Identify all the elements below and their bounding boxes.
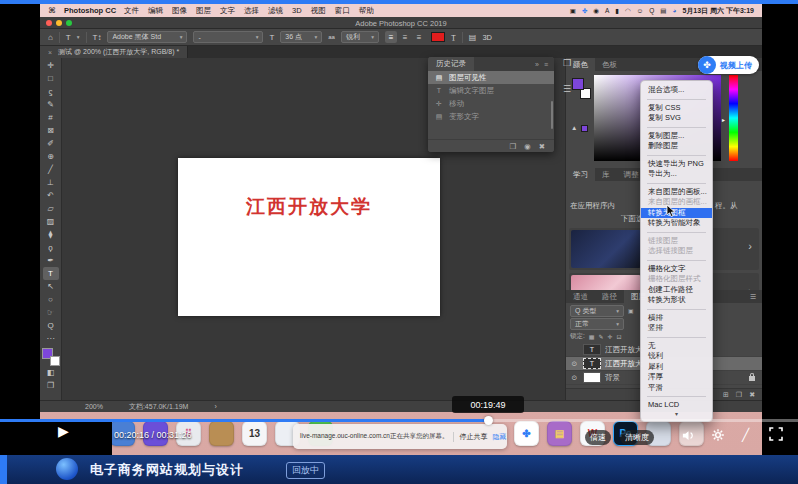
context-menu-item[interactable] — [647, 337, 706, 338]
frame-tool[interactable]: ⊠ — [43, 124, 59, 137]
context-menu-item[interactable] — [647, 183, 706, 184]
input-method-icon[interactable]: A — [605, 7, 609, 14]
hue-slider[interactable] — [729, 75, 738, 161]
collapsed-panel-icon-2[interactable]: ☰ — [563, 84, 571, 94]
hand-tool[interactable]: ☞ — [43, 306, 59, 319]
panel-tab[interactable]: 色板 — [595, 58, 624, 71]
lasso-tool[interactable]: ϛ — [43, 85, 59, 98]
layers-panel-menu-icon[interactable]: ☰ — [750, 290, 762, 303]
anti-alias-select[interactable]: 锐利 ▾ — [341, 31, 379, 43]
path-selection-tool[interactable]: ↖ — [43, 280, 59, 293]
dock-rar[interactable]: ▤ — [547, 421, 572, 446]
dock-calendar[interactable]: 13 — [242, 421, 267, 446]
context-menu-item[interactable]: 来自图层的画框... — [641, 197, 712, 208]
blend-mode-select[interactable]: 正常 ▾ — [570, 318, 624, 330]
document-tab[interactable]: × 测试 @ 200% (江西开放大学, RGB/8) * — [40, 46, 188, 58]
crop-tool[interactable]: # — [43, 111, 59, 124]
context-menu-item[interactable]: 平滑 — [641, 383, 712, 394]
menubar-menu[interactable]: 滤镜 — [268, 6, 283, 16]
skip-icon[interactable]: ╱ — [742, 428, 749, 442]
layer-thumbnail[interactable]: T — [583, 344, 601, 355]
menubar-menu[interactable]: 图像 — [172, 6, 187, 16]
menubar-menu[interactable]: 窗口 — [335, 6, 350, 16]
dock-sharing-app[interactable]: ✤ — [514, 421, 539, 446]
context-menu-item[interactable]: 导出为... — [641, 169, 712, 180]
type-tool[interactable]: T — [43, 267, 59, 280]
history-brush-tool[interactable]: ↶ — [43, 189, 59, 202]
eraser-tool[interactable]: ▱ — [43, 202, 59, 215]
context-menu-item[interactable]: 横排 — [641, 313, 712, 324]
zoom-tool[interactable]: Q — [43, 319, 59, 332]
shape-tool[interactable]: ○ — [43, 293, 59, 306]
fullscreen-button[interactable] — [768, 426, 784, 446]
move-tool[interactable]: ✛ — [43, 59, 59, 72]
close-tab-icon[interactable]: × — [48, 49, 52, 56]
playback-speed-button[interactable]: 倍速 — [585, 430, 611, 445]
history-menu-icon[interactable]: ≡ — [544, 61, 548, 68]
menubar-menu[interactable]: 帮助 — [359, 6, 374, 16]
quick-mask-icon[interactable]: ◧ — [43, 366, 59, 379]
menubar-app-name[interactable]: Photoshop CC — [64, 6, 116, 15]
text-color-swatch[interactable] — [431, 32, 445, 42]
user-icon[interactable]: ☺ — [637, 7, 644, 14]
new-group-icon[interactable]: ❐ — [736, 391, 742, 399]
status-chevron-icon[interactable]: › — [214, 403, 216, 410]
align-center-icon[interactable]: ≡ — [399, 31, 411, 43]
context-menu-item[interactable]: 转换为智能对象 — [641, 218, 712, 229]
lock-all-icon[interactable]: ⊡ — [617, 333, 622, 340]
brush-tool[interactable]: ╱ — [43, 163, 59, 176]
text-orientation-icon[interactable]: T↕ — [93, 33, 102, 42]
panel-tab[interactable]: 学习 — [566, 168, 595, 181]
blur-tool[interactable]: ⧫ — [43, 228, 59, 241]
context-menu-item[interactable]: 快速导出为 PNG — [641, 159, 712, 170]
lock-transparent-icon[interactable]: ▦ — [589, 333, 595, 340]
stop-sharing-button[interactable]: 停止共享 — [453, 432, 487, 442]
context-menu-item[interactable]: 转换为图框 — [641, 208, 712, 219]
menubar-menu[interactable]: 文件 — [124, 6, 139, 16]
quick-selection-tool[interactable]: ✎ — [43, 98, 59, 111]
dock-app-brown[interactable] — [209, 421, 234, 446]
history-state-row[interactable]: ▤ 图层可见性 — [428, 71, 554, 84]
lock-position-icon[interactable]: ✛ — [608, 333, 613, 340]
context-menu-item[interactable]: 竖排 — [641, 323, 712, 334]
dodge-tool[interactable]: ϙ — [43, 241, 59, 254]
layer-thumbnail[interactable]: T — [583, 358, 601, 369]
spotlight-icon[interactable]: Q — [649, 7, 654, 14]
context-menu-item[interactable] — [647, 309, 706, 310]
context-menu-item[interactable] — [647, 127, 706, 128]
menubar-menu[interactable]: 文字 — [220, 6, 235, 16]
warp-text-icon[interactable]: Ṯ — [451, 33, 456, 42]
gradient-tool[interactable]: ▨ — [43, 215, 59, 228]
battery-icon[interactable]: ▮ — [615, 7, 619, 15]
menu-scroll-more-icon[interactable]: ▾ — [641, 411, 712, 419]
3d-button[interactable]: 3D — [482, 33, 492, 42]
settings-button[interactable] — [711, 428, 725, 446]
marquee-tool[interactable]: □ — [43, 72, 59, 85]
share-app-icon[interactable]: ✤ — [582, 7, 587, 15]
menubar-menu[interactable]: 选择 — [244, 6, 259, 16]
history-state-row[interactable]: ▤ 变形文字 — [428, 110, 554, 123]
apple-menu-icon[interactable]: ⌘ — [48, 4, 56, 17]
collapse-panel-icon[interactable]: » — [535, 61, 539, 68]
panel-tab[interactable]: 通道 — [566, 290, 595, 303]
menubar-menu[interactable]: 3D — [292, 6, 302, 16]
collapsed-panel-icon-1[interactable]: ❒ — [563, 58, 571, 68]
context-menu-item[interactable] — [647, 260, 706, 261]
new-layer-icon[interactable]: ⊞ — [723, 391, 729, 399]
context-menu-item[interactable] — [647, 232, 706, 233]
filter-kind-icon[interactable]: ▣ — [628, 307, 634, 314]
menubar-menu[interactable]: 图层 — [196, 6, 211, 16]
history-tab[interactable]: 历史记录 — [428, 57, 474, 71]
delete-layer-icon[interactable]: ✖ — [749, 391, 755, 399]
history-state-row[interactable]: ✛ 移动 — [428, 97, 554, 110]
context-menu-item[interactable]: Mac LCD — [641, 400, 712, 411]
context-menu-item[interactable]: 复制图层... — [641, 131, 712, 142]
context-menu-item[interactable]: 锐利 — [641, 351, 712, 362]
layer-filter-select[interactable]: Q 类型 ▾ — [570, 305, 624, 317]
context-menu-item[interactable] — [647, 99, 706, 100]
healing-brush-tool[interactable]: ⊕ — [43, 150, 59, 163]
toggle-panels-icon[interactable]: ▤ — [469, 33, 477, 42]
context-menu-item[interactable] — [647, 155, 706, 156]
menubar-clock[interactable]: 5月13日 周六 下午3:19 — [682, 6, 754, 16]
font-family-select[interactable]: Adobe 黑体 Std ▾ — [107, 31, 187, 43]
